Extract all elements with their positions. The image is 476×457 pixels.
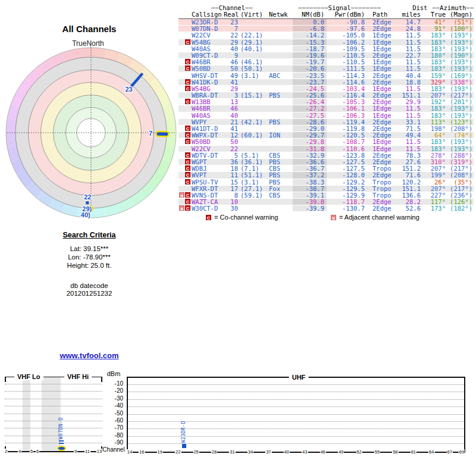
row-warning-markers: C bbox=[178, 65, 192, 71]
col-miles: miles bbox=[396, 11, 423, 18]
power-cell: -103.4 bbox=[327, 86, 367, 92]
network-cell: PBS bbox=[268, 179, 293, 185]
callsign-cell: W46BR bbox=[192, 59, 224, 65]
network-cell bbox=[268, 52, 293, 58]
real-channel-cell: 46 bbox=[224, 59, 238, 65]
channel-tick-label: 28 bbox=[211, 449, 217, 455]
real-channel-cell: 3 bbox=[224, 92, 238, 98]
network-cell: CBS bbox=[268, 192, 293, 198]
dbm-gridline bbox=[128, 414, 464, 415]
table-row: C W41DT-D 41 -29.0 -119.8 2Edge 71.5 198… bbox=[178, 126, 474, 132]
noise-margin-cell: -27.2 bbox=[293, 105, 327, 111]
uhf-chart: UHF 141619222528313437404346495255586164… bbox=[127, 377, 465, 453]
row-warning-markers bbox=[178, 26, 192, 32]
latitude-value: Lat: 39.15*** bbox=[33, 245, 146, 253]
network-cell: PBS bbox=[268, 119, 293, 125]
highlighted-station-bar bbox=[156, 132, 168, 136]
distance-cell: 11.5 bbox=[396, 86, 423, 92]
dbm-scale: dBm Channel -10-20-30-40-50-60-70-80-90 bbox=[102, 370, 125, 454]
path-cell: 2Edge bbox=[367, 52, 396, 58]
distance-cell: 11.5 bbox=[396, 139, 423, 145]
dbm-tick-label: -70 bbox=[115, 424, 123, 431]
virtual-channel-cell: (29.1) bbox=[238, 39, 268, 45]
real-channel-cell: 22 bbox=[224, 32, 238, 38]
virtual-channel-cell bbox=[238, 26, 268, 32]
azimuth-true-cell: 207° bbox=[423, 165, 446, 171]
power-cell: -127.5 bbox=[327, 159, 367, 165]
noise-margin-cell: -29.8 bbox=[293, 139, 327, 145]
callsign-cell: W23DR-D bbox=[192, 19, 224, 25]
row-warning-markers: C bbox=[178, 165, 192, 171]
virtual-channel-cell bbox=[238, 126, 268, 132]
azimuth-true-cell: 329° bbox=[423, 79, 446, 85]
col-real: Real bbox=[224, 11, 238, 18]
row-warning-markers bbox=[178, 105, 192, 111]
distance-cell: 33.1 bbox=[396, 119, 423, 125]
table-row: W07DN-D 7 -6.8 -97.6 2Edge 24.8 91° (100… bbox=[178, 26, 474, 32]
power-cell: -108.7 bbox=[327, 139, 367, 145]
row-warning-markers: C bbox=[178, 86, 192, 92]
virtual-channel-cell: (59.1) bbox=[238, 192, 268, 198]
col-pwr: Pwr(dBm) bbox=[327, 11, 367, 18]
network-cell bbox=[268, 19, 293, 25]
callsign-cell: WFXR-DT bbox=[192, 186, 224, 192]
power-cell: -120.5 bbox=[327, 132, 367, 138]
row-warning-markers: C bbox=[178, 132, 192, 138]
dbm-gridline bbox=[5, 436, 102, 436]
network-cell bbox=[268, 205, 293, 211]
noise-margin-cell: -24.5 bbox=[293, 86, 327, 92]
real-channel-cell: 18 bbox=[224, 165, 238, 171]
tvfool-link[interactable]: www.tvfool.com bbox=[60, 351, 118, 360]
signal-table-body: W23DR-D 23 0.0 -90.8 2Edge 14.7 41° (51°… bbox=[178, 19, 474, 212]
station-dot bbox=[86, 201, 89, 204]
row-warning-markers bbox=[178, 186, 192, 192]
real-channel-cell: 29 bbox=[224, 39, 238, 45]
azimuth-true-cell: 198° bbox=[423, 126, 446, 132]
power-cell: -106.1 bbox=[327, 105, 367, 111]
azimuth-true-cell: 183° bbox=[423, 112, 446, 118]
network-cell: PBS bbox=[268, 172, 293, 178]
col-true: True bbox=[423, 11, 446, 18]
row-warning-markers bbox=[178, 46, 192, 52]
azimuth-magnetic-cell: (193°) bbox=[446, 139, 474, 145]
azimuth-magnetic-cell: (338°) bbox=[446, 79, 474, 85]
distance-cell: 120.2 bbox=[396, 179, 423, 185]
channel-tick-label: 37 bbox=[265, 449, 271, 455]
distance-cell: 27.6 bbox=[396, 159, 423, 165]
callsign-cell: W40AS bbox=[192, 112, 224, 118]
azimuth-true-cell: 41° bbox=[423, 19, 446, 25]
table-row: W09CT-D 9 -19.6 -110.5 2Edge 22.7 180° (… bbox=[178, 52, 474, 59]
table-row: C WDTV-DT 5 (5.1) CBS -32.9 -123.8 2Edge… bbox=[178, 152, 474, 159]
channel-tick-label: 13 bbox=[96, 449, 102, 454]
azimuth-true-cell: 183° bbox=[423, 39, 446, 45]
distance-cell: 11.5 bbox=[396, 146, 423, 152]
real-channel-cell: 40 bbox=[224, 46, 238, 52]
power-cell: -123.8 bbox=[327, 152, 367, 158]
azimuth-true-cell: 180° bbox=[423, 52, 446, 58]
co-channel-warning-icon: C bbox=[185, 192, 190, 198]
table-row: C WGPT 36 (36.1) PBS -36.6 -127.5 2Edge … bbox=[178, 159, 474, 165]
virtual-channel-cell: (46.1) bbox=[238, 59, 268, 65]
row-warning-markers bbox=[178, 146, 192, 152]
col-path: Path bbox=[367, 11, 396, 18]
row-warning-markers: C bbox=[178, 126, 192, 132]
co-channel-warning-icon: C bbox=[185, 139, 190, 144]
table-row: WFXR-DT 17 (27.1) Fox -38.7 -129.5 Tropo… bbox=[178, 186, 474, 192]
azimuth-magnetic-cell: (193°) bbox=[446, 86, 474, 92]
azimuth-magnetic-cell: (193°) bbox=[446, 65, 474, 71]
callsign-cell: WDTV-DT bbox=[192, 152, 224, 158]
callsign-cell: WWPX-DT bbox=[192, 132, 224, 138]
row-warning-markers: C bbox=[178, 199, 192, 205]
distance-cell: 71.6 bbox=[396, 172, 423, 178]
power-cell: -128.0 bbox=[327, 172, 367, 178]
noise-margin-cell: -15.3 bbox=[293, 39, 327, 45]
real-channel-cell: 5 bbox=[224, 152, 238, 158]
dbm-gridline bbox=[5, 406, 102, 406]
distance-cell: 49.4 bbox=[396, 132, 423, 138]
virtual-channel-cell: (50.1) bbox=[238, 65, 268, 71]
azimuth-true-cell: 183° bbox=[423, 105, 446, 111]
row-warning-markers bbox=[178, 52, 192, 58]
path-cell: 2Edge bbox=[367, 205, 396, 211]
channel-tick-label: 52 bbox=[356, 449, 362, 455]
azimuth-true-cell: 183° bbox=[423, 46, 446, 52]
